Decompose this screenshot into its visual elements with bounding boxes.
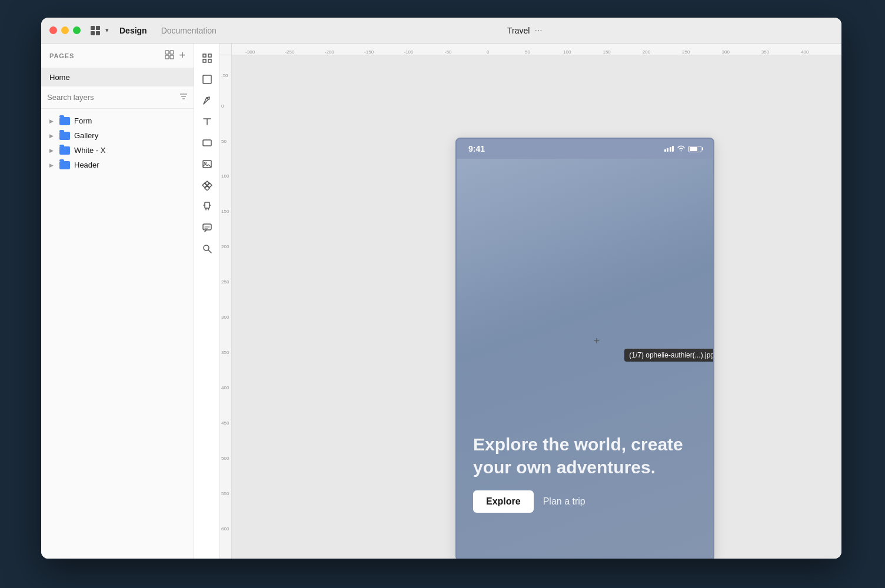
layer-item-white-x[interactable]: ▶ White - X — [41, 143, 194, 158]
ruler-tick-v: 50 — [220, 138, 227, 143]
plan-trip-button[interactable]: Plan a trip — [543, 496, 585, 507]
ruler-tick-v: 250 — [220, 279, 229, 285]
text-tool-button[interactable] — [197, 112, 217, 132]
hero-title: Explore the world, create your own adven… — [473, 433, 701, 479]
status-icons — [664, 145, 702, 153]
ruler-tick-v: 0 — [220, 103, 224, 108]
canvas-content: 9:41 — [232, 55, 841, 559]
ruler-tick: 100 — [563, 49, 571, 55]
svg-rect-1 — [170, 51, 174, 54]
minimize-button[interactable] — [61, 26, 69, 34]
crosshair-cursor: + — [591, 335, 603, 347]
ruler-tick: 150 — [603, 49, 610, 55]
rectangle-tool-button[interactable] — [197, 133, 217, 153]
ruler-tick-v: 350 — [220, 350, 229, 355]
svg-rect-10 — [208, 59, 211, 62]
status-time: 9:41 — [468, 144, 485, 153]
ruler-tick: 0 — [487, 49, 489, 55]
add-page-button[interactable]: + — [179, 49, 185, 62]
phone-frame: 9:41 — [455, 138, 714, 559]
ruler-tick: 350 — [761, 49, 769, 55]
phone-content-area: + (1/7) ophelie-authier(...).jpg Explore… — [457, 159, 713, 559]
comment-tool-button[interactable] — [197, 218, 217, 238]
ruler-tick-v: 550 — [220, 490, 229, 496]
ruler-tick-v: 400 — [220, 385, 229, 390]
ruler-top-content: -300 -250 -200 -150 -100 -50 0 50 100 15… — [232, 44, 841, 55]
layer-item-form[interactable]: ▶ Form — [41, 113, 194, 128]
pages-header: PAGES + — [41, 44, 194, 68]
signal-bar-1 — [664, 149, 666, 152]
ruler-tick: -300 — [245, 49, 255, 55]
ruler-tick-v: -50 — [220, 73, 228, 78]
filter-icon[interactable] — [179, 92, 188, 102]
svg-rect-13 — [203, 161, 211, 168]
title-bar: ▾ Design Documentation Travel ··· — [41, 18, 841, 44]
folder-icon-white-x — [59, 146, 70, 155]
title-center: Travel ··· — [217, 25, 833, 36]
pages-label: PAGES — [49, 52, 74, 59]
ruler-tick: -150 — [364, 49, 374, 55]
signal-bar-4 — [672, 146, 674, 152]
layer-name-form: Form — [74, 116, 92, 125]
svg-rect-0 — [165, 51, 169, 54]
image-tool-button[interactable] — [197, 154, 217, 174]
signal-bars-icon — [664, 146, 674, 152]
traffic-lights — [49, 26, 81, 34]
tool-sidebar — [194, 44, 220, 559]
phone-status-bar: 9:41 — [457, 139, 713, 159]
hero-buttons: Explore Plan a trip — [473, 490, 701, 513]
ruler-tick: -50 — [445, 49, 452, 55]
main-content: PAGES + Home — [41, 44, 841, 559]
ruler-tick-v: 200 — [220, 244, 229, 249]
layers-list: ▶ Form ▶ Gallery ▶ White - X ▶ H — [41, 109, 194, 177]
layer-name-white-x: White - X — [74, 146, 105, 155]
select-tool-button[interactable] — [197, 69, 217, 89]
grid-view-icon — [89, 24, 102, 37]
search-tool-button[interactable] — [197, 239, 217, 259]
ruler-tick-v: 300 — [220, 315, 229, 320]
folder-icon-form — [59, 117, 70, 125]
pen-tool-button[interactable] — [197, 91, 217, 111]
more-options-icon[interactable]: ··· — [534, 25, 542, 36]
ruler-tick: 400 — [801, 49, 809, 55]
explore-button[interactable]: Explore — [473, 490, 534, 513]
layer-name-header: Header — [74, 161, 99, 169]
pages-actions: + — [165, 49, 185, 62]
ruler-tick: -250 — [285, 49, 294, 55]
pages-layout-icon[interactable] — [165, 50, 174, 61]
frame-tool-button[interactable] — [197, 48, 217, 68]
search-layers-input[interactable] — [47, 93, 176, 102]
image-tooltip: (1/7) ophelie-authier(...).jpg — [624, 349, 714, 362]
svg-rect-7 — [203, 54, 206, 57]
plugin-tool-button[interactable] — [197, 196, 217, 216]
ruler-tick: 250 — [682, 49, 690, 55]
ruler-tick-v: 500 — [220, 455, 229, 460]
layer-chevron-header: ▶ — [49, 162, 55, 168]
svg-rect-9 — [203, 59, 206, 62]
page-item-home[interactable]: Home — [41, 68, 194, 86]
phone-hero-section: Explore the world, create your own adven… — [473, 433, 701, 513]
canvas-area[interactable]: -300 -250 -200 -150 -100 -50 0 50 100 15… — [220, 44, 841, 559]
view-toggle[interactable]: ▾ — [89, 24, 109, 37]
layer-item-gallery[interactable]: ▶ Gallery — [41, 128, 194, 143]
layers-sidebar: PAGES + Home — [41, 44, 194, 559]
title-bar-tabs: Design Documentation — [119, 26, 217, 35]
component-tool-button[interactable] — [197, 175, 217, 195]
maximize-button[interactable] — [73, 26, 81, 34]
layer-name-gallery: Gallery — [74, 131, 98, 140]
ruler-tick-v: 100 — [220, 173, 229, 179]
tab-documentation[interactable]: Documentation — [161, 26, 217, 35]
svg-rect-15 — [205, 202, 209, 208]
ruler-corner — [220, 44, 232, 55]
close-button[interactable] — [49, 26, 57, 34]
battery-fill — [690, 147, 697, 151]
ruler-top: -300 -250 -200 -150 -100 -50 0 50 100 15… — [232, 44, 841, 55]
wifi-icon — [677, 145, 686, 153]
tab-design[interactable]: Design — [119, 26, 147, 35]
search-layers-container — [41, 86, 194, 109]
ruler-tick: 200 — [643, 49, 650, 55]
chevron-down-icon: ▾ — [105, 26, 109, 34]
svg-line-18 — [208, 250, 211, 253]
ruler-tick: 50 — [525, 49, 530, 55]
layer-item-header[interactable]: ▶ Header — [41, 158, 194, 172]
